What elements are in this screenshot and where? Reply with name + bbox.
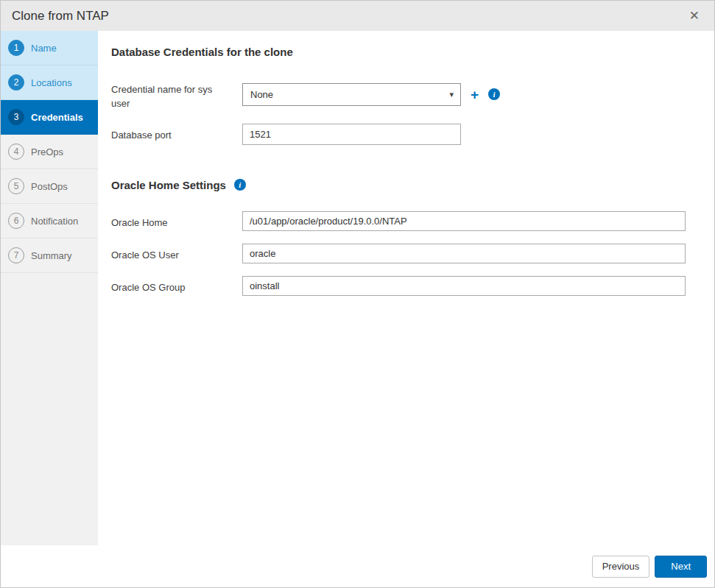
credentials-step-content: Database Credentials for the clone Crede… [98, 31, 714, 545]
step-number-badge: 5 [8, 178, 24, 194]
close-icon[interactable]: ✕ [686, 8, 702, 24]
oracle-home-info-icon[interactable]: i [234, 179, 246, 191]
step-number-badge: 4 [8, 144, 24, 160]
oracle-home-label: Oracle Home [111, 211, 242, 231]
db-credentials-section-title: Database Credentials for the clone [111, 46, 685, 58]
credential-name-selected-value: None [250, 89, 273, 100]
db-credentials-title-text: Database Credentials for the clone [111, 46, 293, 58]
oracle-home-section-title: Oracle Home Settings i [111, 179, 685, 191]
credential-name-row: Credential name for sys user None ▾ + i [111, 78, 685, 111]
step-label: Locations [31, 77, 72, 88]
database-port-input[interactable] [242, 124, 461, 145]
step-number-badge: 2 [8, 74, 24, 91]
step-label: Credentials [31, 112, 83, 123]
database-port-controls [242, 124, 461, 145]
step-label: Notification [31, 216, 78, 227]
previous-button[interactable]: Previous [592, 556, 650, 578]
step-credentials[interactable]: 3 Credentials [1, 100, 98, 135]
step-label: Name [31, 43, 57, 54]
step-number-badge: 3 [8, 109, 24, 125]
step-label: PreOps [31, 146, 63, 157]
dialog-body: 1 Name 2 Locations 3 Credentials 4 PreOp… [1, 31, 714, 545]
dialog-titlebar: Clone from NTAP ✕ [1, 1, 714, 31]
database-port-label: Database port [111, 124, 242, 145]
step-label: PostOps [31, 181, 68, 192]
credential-name-label: Credential name for sys user [111, 78, 242, 111]
oracle-home-row: Oracle Home [111, 211, 685, 231]
step-preops[interactable]: 4 PreOps [1, 135, 98, 169]
step-label: Summary [31, 250, 72, 261]
oracle-os-group-controls [242, 276, 686, 296]
step-postops[interactable]: 5 PostOps [1, 169, 98, 204]
oracle-os-group-input[interactable] [242, 276, 686, 296]
oracle-home-title-text: Oracle Home Settings [111, 179, 226, 191]
oracle-home-controls [242, 211, 686, 231]
oracle-os-user-row: Oracle OS User [111, 244, 685, 263]
dialog-title: Clone from NTAP [12, 9, 109, 24]
step-number-badge: 7 [8, 247, 24, 263]
oracle-os-user-input[interactable] [242, 244, 686, 263]
wizard-footer: Previous Next [1, 545, 714, 587]
oracle-home-input[interactable] [242, 211, 686, 231]
step-number-badge: 1 [8, 40, 24, 56]
add-credential-button[interactable]: + [471, 88, 479, 102]
database-port-row: Database port [111, 124, 685, 145]
oracle-os-group-label: Oracle OS Group [111, 276, 242, 296]
credential-name-select[interactable]: None ▾ [242, 83, 461, 106]
step-summary[interactable]: 7 Summary [1, 238, 98, 273]
step-locations[interactable]: 2 Locations [1, 65, 98, 100]
credential-info-icon[interactable]: i [488, 88, 500, 100]
step-name[interactable]: 1 Name [1, 31, 98, 65]
oracle-os-user-controls [242, 244, 686, 263]
next-button[interactable]: Next [655, 556, 707, 578]
step-notification[interactable]: 6 Notification [1, 204, 98, 238]
wizard-steps-sidebar: 1 Name 2 Locations 3 Credentials 4 PreOp… [1, 31, 98, 545]
oracle-os-user-label: Oracle OS User [111, 244, 242, 263]
chevron-down-icon: ▾ [449, 90, 454, 99]
oracle-os-group-row: Oracle OS Group [111, 276, 685, 296]
credential-name-controls: None ▾ + i [242, 78, 500, 111]
step-number-badge: 6 [8, 213, 24, 229]
clone-wizard-dialog: Clone from NTAP ✕ 1 Name 2 Locations 3 C… [0, 0, 715, 588]
